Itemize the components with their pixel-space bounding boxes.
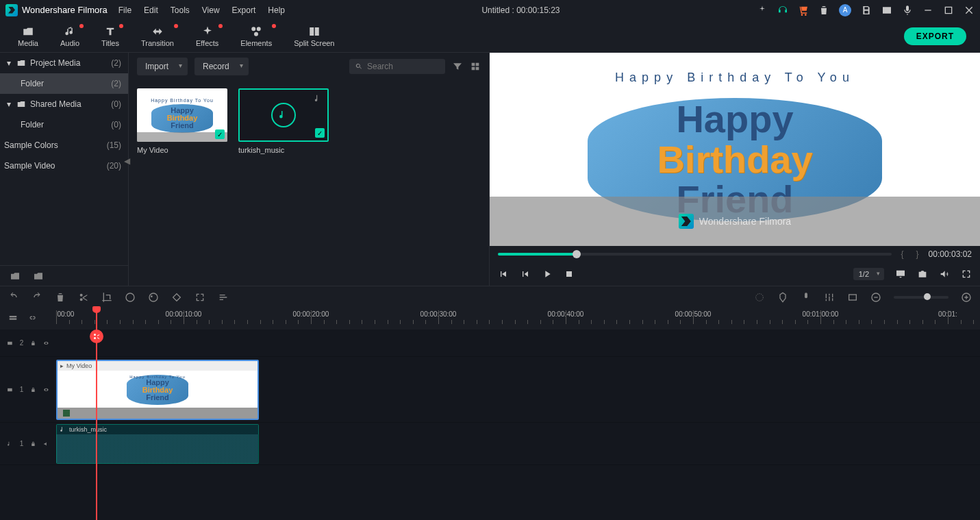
- svg-rect-8: [8, 388, 12, 391]
- sidebar-item-sample-video[interactable]: Sample Video(20): [0, 156, 128, 176]
- record-dropdown[interactable]: Record: [194, 58, 249, 75]
- keyframe-icon[interactable]: [171, 292, 182, 303]
- speaker-icon[interactable]: [43, 440, 49, 448]
- tab-transition[interactable]: Transition: [130, 20, 185, 52]
- svg-point-2: [151, 295, 153, 297]
- media-thumb-audio: ✓: [238, 88, 329, 142]
- title-bar-icons: A: [757, 4, 975, 16]
- maximize-icon[interactable]: [943, 5, 954, 16]
- speed-icon[interactable]: [125, 292, 136, 303]
- zoom-slider[interactable]: [894, 296, 948, 299]
- delete-icon[interactable]: [55, 292, 66, 303]
- menu-help[interactable]: Help: [268, 5, 285, 15]
- preview-timecode: 00:00:03:02: [929, 249, 972, 259]
- fullscreen-icon[interactable]: [961, 269, 972, 280]
- step-back-icon[interactable]: [520, 269, 531, 280]
- media-item-audio[interactable]: ✓ turkish_music: [238, 88, 329, 154]
- filmora-logo-icon: [5, 4, 18, 16]
- tab-effects[interactable]: Effects: [185, 20, 229, 52]
- collapse-sidebar-icon[interactable]: ◀: [123, 147, 130, 175]
- lock-icon[interactable]: [30, 440, 36, 448]
- mark-in-icon[interactable]: {: [899, 249, 907, 259]
- mic-icon[interactable]: [902, 5, 913, 16]
- cut-icon[interactable]: [78, 292, 89, 303]
- crop-icon[interactable]: [101, 292, 112, 303]
- cart-icon[interactable]: [798, 5, 809, 16]
- play-icon[interactable]: [542, 269, 553, 280]
- minimize-icon[interactable]: [922, 5, 933, 16]
- trash-icon[interactable]: [818, 5, 829, 16]
- render-icon[interactable]: [754, 292, 765, 303]
- lock-icon[interactable]: [30, 339, 36, 347]
- prev-frame-icon[interactable]: [498, 269, 509, 280]
- sidebar-item-project-media[interactable]: ▾Project Media(2): [0, 53, 128, 73]
- color-icon[interactable]: [148, 292, 159, 303]
- mark-out-icon[interactable]: }: [914, 249, 922, 259]
- folder-icon[interactable]: [33, 271, 44, 282]
- expand-icon[interactable]: [194, 292, 205, 303]
- upper-panel: ▾Project Media(2)Folder(2)▾Shared Media(…: [0, 53, 980, 286]
- track-video-2: 2: [0, 330, 980, 357]
- save-icon[interactable]: [861, 5, 872, 16]
- menu-view[interactable]: View: [202, 5, 220, 15]
- voiceover-icon[interactable]: [801, 292, 812, 303]
- account-avatar[interactable]: A: [839, 4, 851, 16]
- preview-controls: 1/2: [490, 262, 980, 286]
- menu-export[interactable]: Export: [232, 5, 256, 15]
- quality-dropdown[interactable]: 1/2: [853, 268, 884, 280]
- new-folder-icon[interactable]: [10, 271, 21, 282]
- sidebar-item-sample-colors[interactable]: Sample Colors(15): [0, 135, 128, 156]
- mixer-icon[interactable]: [824, 292, 835, 303]
- playhead-icon[interactable]: [92, 306, 101, 313]
- zoom-in-icon[interactable]: [961, 292, 972, 303]
- grid-view-icon[interactable]: [470, 61, 481, 72]
- seek-bar-row: { } 00:00:03:02: [490, 246, 980, 262]
- close-icon[interactable]: [964, 5, 975, 16]
- tab-elements[interactable]: Elements: [229, 20, 283, 52]
- volume-icon[interactable]: [939, 269, 950, 280]
- menu-tools[interactable]: Tools: [171, 5, 190, 15]
- tab-elements-label: Elements: [240, 39, 272, 47]
- filter-icon[interactable]: [452, 61, 463, 72]
- media-item-video[interactable]: Happy Birthday To You Happy Birthday Fri…: [137, 88, 227, 154]
- tab-audio[interactable]: Audio: [49, 20, 90, 52]
- sparkle-icon[interactable]: [757, 5, 768, 16]
- search-input[interactable]: [367, 62, 440, 71]
- headphones-icon[interactable]: [777, 5, 788, 16]
- eye-icon[interactable]: [43, 386, 49, 394]
- snapshot-icon[interactable]: [917, 269, 928, 280]
- tab-titles[interactable]: Titles: [90, 20, 130, 52]
- display-icon[interactable]: [895, 269, 906, 280]
- seek-handle[interactable]: [573, 250, 581, 258]
- seek-track[interactable]: [498, 253, 892, 256]
- import-dropdown[interactable]: Import: [137, 58, 188, 75]
- lock-icon[interactable]: [30, 386, 36, 394]
- video-clip[interactable]: ▸My Video Happy Birthday To You Happy Bi…: [56, 360, 259, 420]
- timeline-ruler[interactable]: 00:00:00:0000:00:10:0000:00:20:0000:00:3…: [0, 308, 980, 330]
- zoom-out-icon[interactable]: [870, 292, 881, 303]
- link-icon[interactable]: [27, 314, 37, 323]
- tab-media[interactable]: Media: [7, 20, 49, 52]
- eye-icon[interactable]: [43, 339, 49, 347]
- media-grid: Happy Birthday To You Happy Birthday Fri…: [129, 80, 489, 162]
- frame-icon[interactable]: [847, 292, 858, 303]
- tab-titles-label: Titles: [101, 39, 119, 47]
- stop-icon[interactable]: [564, 269, 575, 280]
- sidebar-item-shared-media[interactable]: ▾Shared Media(0): [0, 94, 128, 114]
- mail-icon[interactable]: [881, 5, 892, 16]
- timeline-view-icon[interactable]: [8, 314, 18, 323]
- menu-file[interactable]: File: [118, 5, 131, 15]
- undo-icon[interactable]: [8, 292, 19, 303]
- redo-icon[interactable]: [32, 292, 42, 303]
- menu-edit[interactable]: Edit: [144, 5, 158, 15]
- watermark-strip: Wondershare Filmora: [490, 197, 980, 246]
- audio-clip[interactable]: turkish_music: [56, 424, 259, 464]
- export-button[interactable]: EXPORT: [904, 27, 966, 45]
- marker-icon[interactable]: [777, 292, 788, 303]
- tab-split-screen[interactable]: Split Screen: [283, 20, 345, 52]
- settings-icon[interactable]: [218, 292, 229, 303]
- track-video-1: 1 ▸My Video Happy Birthday To You Happy …: [0, 357, 980, 423]
- sidebar-item-folder[interactable]: Folder(2): [0, 73, 128, 94]
- search-box[interactable]: [349, 59, 445, 74]
- sidebar-item-folder[interactable]: Folder(0): [0, 114, 128, 135]
